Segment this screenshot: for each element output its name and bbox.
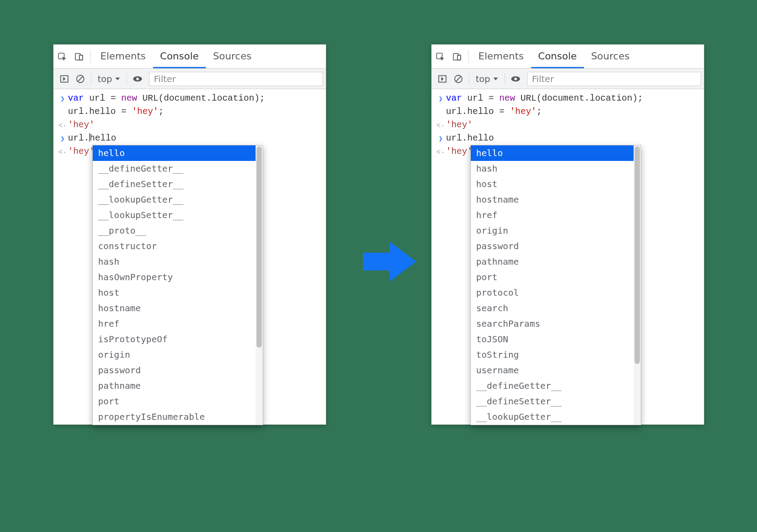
autocomplete-item[interactable]: href <box>471 207 634 223</box>
autocomplete-item[interactable]: hostname <box>471 192 634 207</box>
token: URL(document.location); <box>515 93 643 103</box>
token-string: 'hey' <box>510 106 536 117</box>
autocomplete-item[interactable]: __defineGetter__ <box>471 378 634 394</box>
autocomplete-item[interactable]: search <box>471 301 634 316</box>
inspect-element-icon[interactable] <box>54 48 71 66</box>
token: ; <box>158 106 164 117</box>
autocomplete-item[interactable]: host <box>93 285 256 301</box>
tab-elements[interactable]: Elements <box>93 45 153 68</box>
autocomplete-item[interactable]: __proto__ <box>93 223 256 239</box>
autocomplete-item[interactable]: __defineSetter__ <box>93 176 256 192</box>
autocomplete-item[interactable]: __defineGetter__ <box>93 161 256 176</box>
autocomplete-scrollbar[interactable] <box>256 145 263 425</box>
inspect-element-icon[interactable] <box>432 48 449 66</box>
autocomplete-item[interactable]: hello <box>471 145 634 161</box>
separator <box>505 73 505 85</box>
autocomplete-item[interactable]: propertyIsEnumerable <box>93 409 256 425</box>
context-label: top <box>476 74 490 84</box>
autocomplete-item[interactable]: origin <box>471 223 634 239</box>
device-toolbar-icon[interactable] <box>449 48 465 66</box>
filter-placeholder: Filter <box>532 74 554 84</box>
device-toolbar-icon[interactable] <box>71 48 87 66</box>
autocomplete-item[interactable]: pathname <box>471 254 634 270</box>
console-input-row[interactable]: ❯ url.hello <box>54 132 326 145</box>
toggle-sidebar-icon[interactable] <box>56 71 72 87</box>
autocomplete-item[interactable]: password <box>471 239 634 254</box>
autocomplete-item[interactable]: port <box>471 270 634 285</box>
devtools-tabbar: Elements Console Sources <box>54 45 326 69</box>
autocomplete-item[interactable]: hello <box>93 145 256 161</box>
tab-console[interactable]: Console <box>153 45 206 68</box>
tab-sources[interactable]: Sources <box>206 45 259 68</box>
chevron-down-icon <box>493 76 498 82</box>
filter-input[interactable]: Filter <box>149 72 323 86</box>
console-toolbar: top Filter <box>54 69 326 89</box>
autocomplete-item[interactable]: __defineSetter__ <box>471 394 634 409</box>
separator <box>90 50 91 63</box>
prompt-icon: ❯ <box>57 132 68 145</box>
token-keyword: var <box>68 93 84 103</box>
autocomplete-item[interactable]: searchParams <box>471 316 634 332</box>
devtools-panel-before: Elements Console Sources top Filter ❯ va… <box>53 44 326 425</box>
tab-sources[interactable]: Sources <box>584 45 637 68</box>
chevron-down-icon <box>115 76 120 82</box>
autocomplete-item[interactable]: hasOwnProperty <box>93 270 256 285</box>
svg-rect-10 <box>457 55 461 60</box>
autocomplete-popup: hellohashhosthostnamehreforiginpasswordp… <box>470 145 641 425</box>
autocomplete-item[interactable]: isPrototypeOf <box>93 332 256 347</box>
execution-context-selector[interactable]: top <box>472 74 502 84</box>
filter-placeholder: Filter <box>154 74 176 84</box>
tab-console[interactable]: Console <box>531 45 584 68</box>
token: url = <box>462 93 499 103</box>
output-icon: <· <box>435 145 446 158</box>
autocomplete-item[interactable]: password <box>93 363 256 378</box>
execution-context-selector[interactable]: top <box>94 74 124 84</box>
autocomplete-item[interactable]: __lookupGetter__ <box>93 192 256 207</box>
console-output-row: <· 'hey' <box>54 118 326 132</box>
console-output-row: <· 'hey' hello__defineGetter____defineSe… <box>54 145 326 158</box>
separator <box>126 73 127 85</box>
output-value: 'hey' <box>446 120 473 130</box>
clear-console-icon[interactable] <box>450 71 466 87</box>
autocomplete-item[interactable]: hash <box>93 254 256 270</box>
toggle-sidebar-icon[interactable] <box>434 71 450 87</box>
autocomplete-item[interactable]: port <box>93 394 256 409</box>
live-expression-icon[interactable] <box>508 71 524 87</box>
autocomplete-item[interactable]: hash <box>471 161 634 176</box>
live-expression-icon[interactable] <box>130 71 146 87</box>
autocomplete-item[interactable]: toJSON <box>471 332 634 347</box>
console-input-row[interactable]: ❯ var url = new URL(document.location); … <box>54 92 326 118</box>
token-keyword: new <box>121 93 137 103</box>
token-string: 'hey' <box>132 106 158 117</box>
autocomplete-list: hello__defineGetter____defineSetter____l… <box>93 145 256 425</box>
tab-elements[interactable]: Elements <box>471 45 531 68</box>
svg-rect-2 <box>79 55 83 60</box>
context-label: top <box>98 74 112 84</box>
scrollbar-thumb[interactable] <box>256 146 262 348</box>
autocomplete-item[interactable]: pathname <box>93 378 256 394</box>
output-value: 'hey' <box>68 146 95 156</box>
autocomplete-item[interactable]: href <box>93 316 256 332</box>
autocomplete-item[interactable]: protocol <box>471 285 634 301</box>
console-input-row[interactable]: ❯ url.hello <box>432 132 704 145</box>
clear-console-icon[interactable] <box>72 71 88 87</box>
autocomplete-scrollbar[interactable] <box>634 145 641 425</box>
svg-point-15 <box>514 78 517 80</box>
token: hello <box>90 133 116 143</box>
separator <box>468 50 469 63</box>
console-input-row[interactable]: ❯ var url = new URL(document.location); … <box>432 92 704 118</box>
autocomplete-item[interactable]: __lookupSetter__ <box>93 207 256 223</box>
autocomplete-item[interactable]: toString <box>471 347 634 363</box>
autocomplete-item[interactable]: origin <box>93 347 256 363</box>
autocomplete-item[interactable]: hostname <box>93 301 256 316</box>
autocomplete-item[interactable]: username <box>471 363 634 378</box>
token: url. <box>446 133 467 143</box>
scrollbar-thumb[interactable] <box>635 146 640 364</box>
autocomplete-item[interactable]: __lookupGetter__ <box>471 409 634 425</box>
autocomplete-item[interactable]: host <box>471 176 634 192</box>
token: ; <box>536 106 542 117</box>
autocomplete-item[interactable]: constructor <box>93 239 256 254</box>
filter-input[interactable]: Filter <box>527 72 701 86</box>
token: url = <box>84 93 121 103</box>
console-output-row: <· 'hey' <box>432 118 704 132</box>
